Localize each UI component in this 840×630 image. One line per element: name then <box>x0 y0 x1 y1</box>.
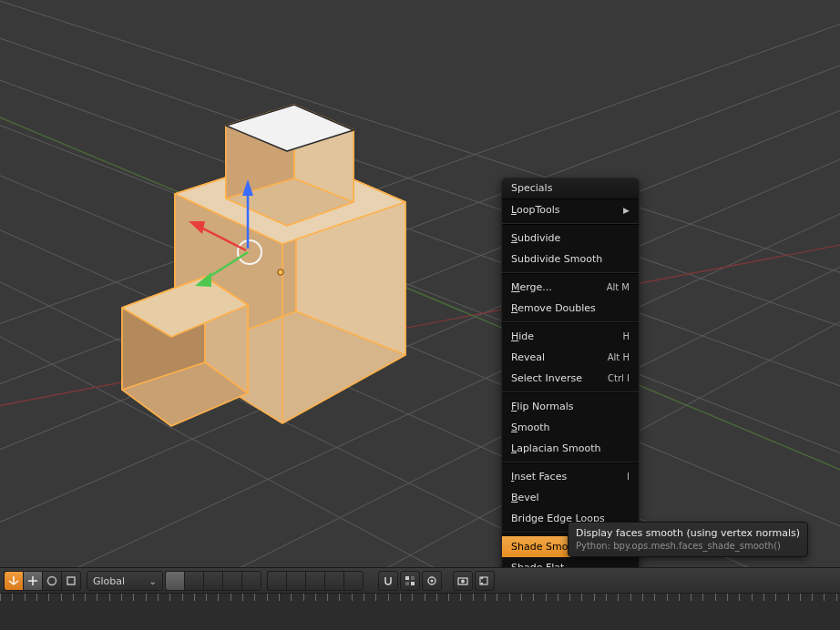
menu-item-label: Smooth <box>511 422 549 433</box>
render-opengl-button[interactable] <box>453 571 473 591</box>
layer-button-3[interactable] <box>203 571 222 591</box>
snap-toggle-button[interactable] <box>378 571 398 591</box>
layer-button-7[interactable] <box>286 571 305 591</box>
layer-button-5[interactable] <box>241 571 261 591</box>
manipulator-translate-button[interactable] <box>23 571 42 591</box>
manipulator-rotate-button[interactable] <box>42 571 61 591</box>
tooltip-python: Python: bpy.ops.mesh.faces_shade_smooth(… <box>576 541 800 551</box>
layer-button-6[interactable] <box>267 571 286 591</box>
menu-separator <box>502 223 639 225</box>
menu-item-label: Reveal <box>511 351 545 363</box>
svg-point-41 <box>48 577 56 585</box>
svg-rect-52 <box>481 577 483 579</box>
svg-point-50 <box>461 580 465 584</box>
viewport-canvas <box>0 0 840 592</box>
layer-button-2[interactable] <box>184 571 203 591</box>
svg-rect-44 <box>411 576 415 580</box>
tooltip-text: Display faces smooth (using vertex norma… <box>576 527 800 539</box>
menu-item-remove-doubles[interactable]: Remove Doubles <box>502 298 639 319</box>
menu-item-label: Subdivide Smooth <box>511 253 602 265</box>
layer-button-4[interactable] <box>222 571 241 591</box>
menu-item-smooth[interactable]: Smooth <box>502 417 639 438</box>
menu-separator <box>502 462 639 463</box>
menu-item-bevel[interactable]: Bevel <box>502 487 639 508</box>
menu-item-label: Subdivide <box>511 232 560 244</box>
layer-group-a <box>165 571 261 591</box>
snap-type-button[interactable] <box>400 571 420 591</box>
layer-group-b <box>267 571 364 591</box>
viewport-header: Global <box>0 567 840 594</box>
layer-button-9[interactable] <box>324 571 343 591</box>
manipulator-scale-button[interactable] <box>61 571 81 591</box>
layer-button-8[interactable] <box>305 571 324 591</box>
menu-item-shortcut: Alt H <box>608 352 630 362</box>
menu-item-select-inverse[interactable]: Select InverseCtrl I <box>502 368 639 389</box>
layer-button-10[interactable] <box>343 571 364 591</box>
svg-point-48 <box>431 580 434 583</box>
menu-item-inset-faces[interactable]: Inset FacesI <box>502 466 639 487</box>
manipulator-toggle-button[interactable] <box>4 571 23 591</box>
render-opengl-anim-button[interactable] <box>475 571 495 591</box>
svg-rect-42 <box>67 577 75 584</box>
menu-item-label: Bevel <box>511 492 539 503</box>
menu-separator <box>502 272 639 274</box>
menu-item-label: Inset Faces <box>511 471 567 483</box>
menu-title: Specials <box>502 178 639 199</box>
svg-rect-53 <box>481 583 483 584</box>
layer-button-1[interactable] <box>165 571 184 591</box>
menu-item-shortcut: H <box>622 331 630 341</box>
specials-context-menu[interactable]: Specials LoopTools▶SubdivideSubdivide Sm… <box>501 178 640 630</box>
menu-item-laplacian-smooth[interactable]: Laplacian Smooth <box>502 438 639 459</box>
menu-item-flip-normals[interactable]: Flip Normals <box>502 396 639 417</box>
menu-item-label: LoopTools <box>511 204 559 216</box>
svg-rect-45 <box>405 582 409 585</box>
menu-item-subdivide[interactable]: Subdivide <box>502 228 639 249</box>
svg-rect-43 <box>405 576 409 580</box>
menu-item-shortcut: Alt M <box>607 282 630 292</box>
menu-item-subdivide-smooth[interactable]: Subdivide Smooth <box>502 249 639 269</box>
menu-item-label: Select Inverse <box>511 372 582 384</box>
menu-item-label: Merge... <box>511 281 552 293</box>
menu-separator <box>502 391 639 393</box>
viewport-3d[interactable] <box>0 0 840 592</box>
menu-item-label: Laplacian Smooth <box>511 442 600 454</box>
menu-item-shortcut: Ctrl I <box>608 373 630 383</box>
submenu-chevron-icon: ▶ <box>623 206 630 215</box>
menu-item-shortcut: I <box>627 472 630 482</box>
menu-item-hide[interactable]: HideH <box>502 326 639 347</box>
menu-item-label: Remove Doubles <box>511 302 596 314</box>
menu-item-label: Flip Normals <box>511 401 573 412</box>
svg-rect-0 <box>0 0 840 592</box>
svg-point-31 <box>278 269 283 275</box>
svg-rect-46 <box>411 582 415 585</box>
transform-orientation-dropdown[interactable]: Global <box>87 571 163 591</box>
menu-item-label: Hide <box>511 330 534 342</box>
menu-separator <box>502 321 639 323</box>
timeline[interactable] <box>0 593 840 630</box>
snap-target-button[interactable] <box>422 571 442 591</box>
tooltip: Display faces smooth (using vertex norma… <box>568 522 808 557</box>
menu-item-reveal[interactable]: RevealAlt H <box>502 347 639 368</box>
manipulator-toggle-group <box>4 571 81 591</box>
menu-item-merge[interactable]: Merge...Alt M <box>502 277 639 298</box>
menu-item-looptools[interactable]: LoopTools▶ <box>502 199 639 220</box>
